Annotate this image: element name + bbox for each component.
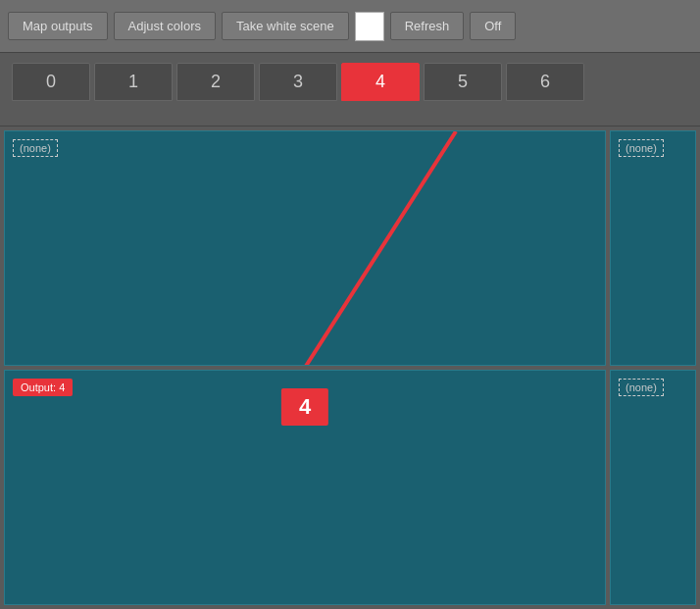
white-swatch[interactable] <box>355 12 384 41</box>
map-outputs-button[interactable]: Map outputs <box>8 12 108 40</box>
tab-1[interactable]: 1 <box>94 63 173 101</box>
content-area: (none) (none) Output: 4 4 (none) <box>0 127 700 609</box>
svg-line-1 <box>265 131 456 366</box>
tab-6[interactable]: 6 <box>506 63 584 101</box>
take-white-scene-button[interactable]: Take white scene <box>222 12 349 40</box>
panel-small-bottom: (none) <box>610 370 696 605</box>
tab-2[interactable]: 2 <box>176 63 255 101</box>
tab-3[interactable]: 3 <box>259 63 337 101</box>
panel-bottom-left: Output: 4 4 <box>4 370 606 605</box>
tab-4[interactable]: 4 <box>341 63 420 101</box>
refresh-button[interactable]: Refresh <box>390 12 465 40</box>
panel-large: (none) <box>4 130 606 366</box>
panel-small-top-label: (none) <box>619 139 664 157</box>
adjust-colors-button[interactable]: Adjust colors <box>114 12 216 40</box>
panel-large-label: (none) <box>13 139 58 157</box>
subtabs-bar <box>0 107 700 127</box>
panel-output-number: 4 <box>281 388 328 426</box>
off-button[interactable]: Off <box>470 12 516 40</box>
arrow-indicator <box>5 131 606 366</box>
panel-output-label: Output: 4 <box>13 379 73 396</box>
panel-small-bottom-label: (none) <box>619 379 664 396</box>
tabs-row: 0 1 2 3 4 5 6 <box>0 53 700 107</box>
tab-5[interactable]: 5 <box>424 63 502 101</box>
tab-0[interactable]: 0 <box>12 63 90 101</box>
panel-small-top: (none) <box>610 130 696 366</box>
toolbar: Map outputs Adjust colors Take white sce… <box>0 0 700 53</box>
